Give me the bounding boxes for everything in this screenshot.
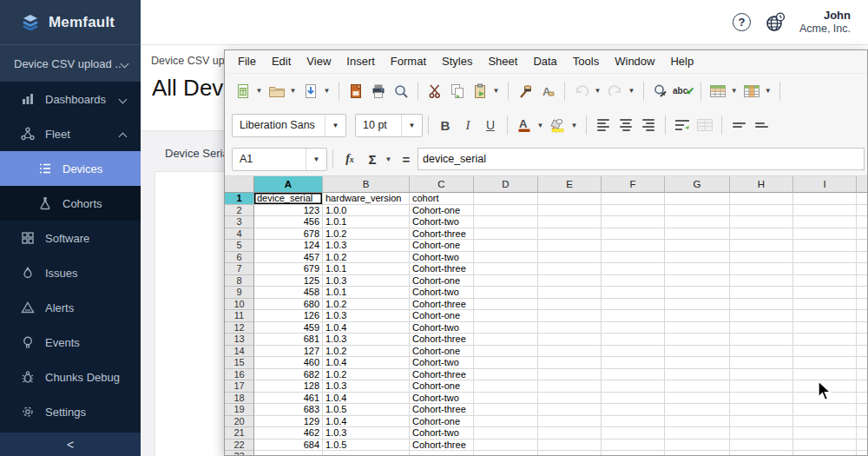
cell-G1[interactable] <box>665 193 730 205</box>
cell-E8[interactable] <box>538 275 602 287</box>
cell-H15[interactable] <box>730 357 793 369</box>
sidebar-item-dashboards[interactable]: Dashboards <box>0 82 141 116</box>
cell-X1[interactable] <box>857 193 867 205</box>
function-wizard-button[interactable]: fx <box>339 148 360 170</box>
cell-C19[interactable]: Cohort-three <box>410 404 474 416</box>
cell-H12[interactable] <box>730 322 793 334</box>
cell-G23[interactable] <box>665 451 730 456</box>
cell-F23[interactable] <box>602 451 665 456</box>
cell-E18[interactable] <box>538 393 602 405</box>
cell-A3[interactable]: 456 <box>254 216 323 228</box>
cell-G16[interactable] <box>665 369 730 381</box>
cell-H4[interactable] <box>730 228 793 241</box>
cell-E15[interactable] <box>538 357 602 369</box>
cell-I17[interactable] <box>793 380 857 393</box>
print-preview-button[interactable] <box>391 80 411 102</box>
cell-D12[interactable] <box>474 322 538 334</box>
cell-I21[interactable] <box>793 427 857 439</box>
cell-X4[interactable] <box>857 228 867 241</box>
cell-A13[interactable]: 681 <box>254 334 323 346</box>
align-bottom-button[interactable] <box>751 114 772 136</box>
cell-I18[interactable] <box>793 393 857 405</box>
cell-A9[interactable]: 458 <box>254 287 323 299</box>
bold-button[interactable]: B <box>435 114 456 136</box>
row-header-21[interactable]: 21 <box>225 427 254 439</box>
cell-X14[interactable] <box>857 346 867 358</box>
row-header-17[interactable]: 17 <box>225 380 254 393</box>
cell-E3[interactable] <box>538 216 602 228</box>
column-header-E[interactable]: E <box>538 176 602 193</box>
cell-A11[interactable]: 126 <box>254 310 323 322</box>
wrap-text-button[interactable] <box>672 114 693 136</box>
formula-input[interactable]: device_serial <box>418 148 865 170</box>
project-selector[interactable]: Device CSV upload ... <box>0 45 141 82</box>
cell-C18[interactable]: Cohort-two <box>410 393 474 405</box>
cell-X5[interactable] <box>857 240 867 252</box>
cell-E14[interactable] <box>538 346 602 358</box>
row-header-22[interactable]: 22 <box>225 439 254 452</box>
cell-G6[interactable] <box>665 252 730 264</box>
paste-dropdown[interactable]: ▼ <box>491 80 501 102</box>
row-header-13[interactable]: 13 <box>225 334 254 346</box>
cell-F7[interactable] <box>602 263 665 275</box>
row-header-20[interactable]: 20 <box>225 416 254 428</box>
cell-G4[interactable] <box>665 228 730 241</box>
cell-D17[interactable] <box>474 380 538 393</box>
font-size-combo[interactable]: 10 pt ▼ <box>355 114 423 137</box>
sidebar-item-software[interactable]: Software <box>0 221 141 255</box>
cell-X8[interactable] <box>857 275 867 287</box>
cell-B22[interactable]: 1.0.5 <box>323 439 410 452</box>
cell-F13[interactable] <box>602 334 665 346</box>
cell-H7[interactable] <box>730 263 793 275</box>
row-header-2[interactable]: 2 <box>225 205 254 217</box>
cell-H3[interactable] <box>730 216 793 228</box>
cell-D6[interactable] <box>474 252 538 264</box>
find-replace-button[interactable] <box>650 80 671 102</box>
font-name-dropdown[interactable]: ▼ <box>325 115 345 136</box>
cell-A15[interactable]: 460 <box>254 357 323 369</box>
cell-B9[interactable]: 1.0.1 <box>323 287 410 299</box>
cell-F14[interactable] <box>602 346 665 358</box>
cell-A4[interactable]: 678 <box>254 228 323 241</box>
row-header-8[interactable]: 8 <box>225 275 254 287</box>
cell-F5[interactable] <box>602 240 665 252</box>
cell-B17[interactable]: 1.0.3 <box>323 380 410 393</box>
cell-X6[interactable] <box>857 252 867 264</box>
cell-X13[interactable] <box>857 334 867 346</box>
cell-F3[interactable] <box>602 216 665 228</box>
sidebar-item-settings[interactable]: Settings <box>0 394 141 429</box>
row-header-16[interactable]: 16 <box>225 369 254 381</box>
new-document-button[interactable] <box>233 80 253 102</box>
menu-sheet[interactable]: Sheet <box>480 50 525 73</box>
menu-help[interactable]: Help <box>662 50 701 73</box>
cell-B21[interactable]: 1.0.3 <box>323 427 410 439</box>
cell-G17[interactable] <box>665 380 730 393</box>
cell-B1[interactable]: hardware_version <box>323 193 410 205</box>
cell-H1[interactable] <box>730 193 793 205</box>
menu-view[interactable]: View <box>299 50 339 73</box>
menu-insert[interactable]: Insert <box>339 50 383 73</box>
cell-C4[interactable]: Cohort-three <box>410 228 474 241</box>
cell-D22[interactable] <box>474 439 538 452</box>
cell-B12[interactable]: 1.0.4 <box>323 322 410 334</box>
cell-A20[interactable]: 129 <box>254 416 323 428</box>
cell-F9[interactable] <box>602 287 665 299</box>
cell-I1[interactable] <box>793 193 857 205</box>
cell-F19[interactable] <box>602 404 665 416</box>
cell-G9[interactable] <box>665 287 730 299</box>
cell-I9[interactable] <box>793 287 857 299</box>
cell-G7[interactable] <box>665 263 730 275</box>
cell-H17[interactable] <box>730 380 793 393</box>
column-header-C[interactable]: C <box>410 176 474 193</box>
export-pdf-button[interactable] <box>345 80 366 102</box>
cell-D23[interactable] <box>474 451 538 456</box>
cell-I13[interactable] <box>793 334 857 346</box>
row-header-9[interactable]: 9 <box>225 287 254 299</box>
cell-D10[interactable] <box>474 299 538 311</box>
cell-D1[interactable] <box>474 193 538 205</box>
insert-row-button[interactable] <box>707 80 728 102</box>
cell-H22[interactable] <box>730 439 793 452</box>
cell-I10[interactable] <box>793 299 857 311</box>
row-header-5[interactable]: 5 <box>225 240 254 252</box>
cell-H23[interactable] <box>730 451 793 456</box>
